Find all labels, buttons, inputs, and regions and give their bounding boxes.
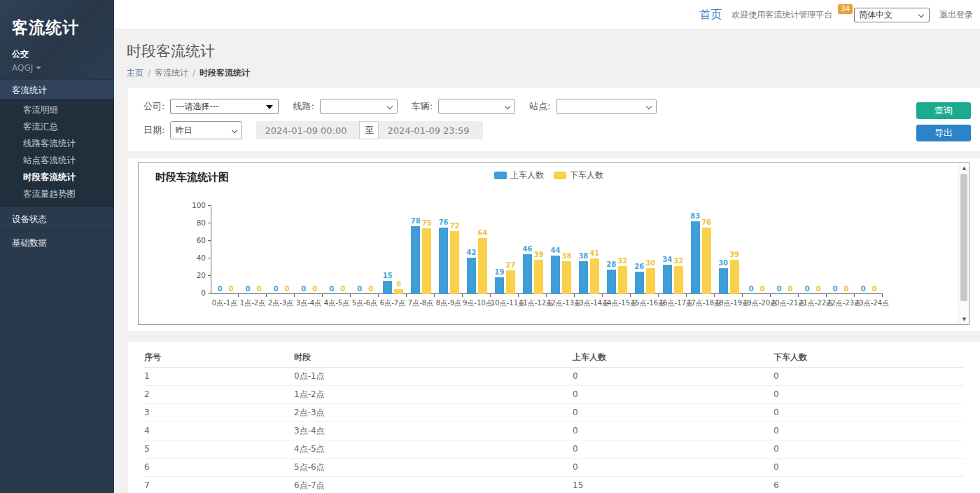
bar-下车人数: 75 [422,228,431,294]
bar-value-label: 39 [729,251,739,258]
table-row: 65点-6点00 [144,458,964,476]
x-axis-label: 7点-8点 [407,298,435,308]
date-to-label: 至 [359,121,379,139]
bar-上车人数: 44 [551,256,560,294]
chevron-down-icon [387,104,393,109]
date-end-input[interactable]: 2024-01-09 23:59 [379,121,483,139]
x-axis-tick-mark [463,294,491,297]
notification-badge[interactable]: 34 [838,4,853,14]
table-cell: 0 [573,422,774,440]
bar-group-20点-21点: 00 [771,207,799,294]
x-axis-label: 10点-11点 [491,298,519,308]
x-axis-tick-mark [575,294,603,297]
logout-link[interactable]: 退出登录 [939,9,973,21]
legend-label: 上车人数 [510,169,544,181]
language-value: 简体中文 [859,9,892,21]
date-range-group: 2024-01-09 00:00 至 2024-01-09 23:59 [256,121,483,139]
bar-group-17点-18点: 8376 [687,207,715,294]
bar-value-label: 0 [805,285,810,293]
bar-group-7点-8点: 7875 [407,207,435,294]
company-select[interactable]: ---请选择--- [170,99,279,114]
bar-value-label: 83 [690,212,700,220]
vehicle-label: 车辆: [412,100,433,113]
sidebar-item-客流汇总[interactable]: 客流汇总 [0,118,114,135]
sidebar-item-客流明细[interactable]: 客流明细 [0,102,114,118]
x-axis-tick-mark [323,294,351,297]
chart-scrollbar[interactable]: ▲ ▼ [958,163,969,324]
legend-item-下车人数[interactable]: 下车人数 [554,169,603,181]
bar-value-label: 0 [860,285,865,293]
x-axis-label: 8点-9点 [435,298,463,308]
x-axis-label: 16点-17点 [659,298,687,308]
language-select[interactable]: 简体中文 [854,8,930,22]
bar-group-8点-9点: 7672 [435,207,463,294]
bar-value-label: 0 [284,285,289,293]
table-cell: 0 [774,422,964,440]
legend-item-上车人数[interactable]: 上车人数 [494,169,544,181]
x-axis-tick-mark [743,294,771,297]
sidebar-item-站点客流统计[interactable]: 站点客流统计 [0,152,114,169]
x-axis-label: 21点-22点 [799,298,827,308]
bar-value-label: 64 [478,229,488,237]
table-cell: 1点-2点 [294,385,573,403]
x-axis-labels: 0点-1点1点-2点2点-3点3点-4点4点-5点5点-6点6点-7点7点-8点… [211,298,883,308]
bar-value-label: 39 [533,251,543,258]
home-link[interactable]: 首页 [699,8,722,22]
bar-group-18点-19点: 3039 [715,207,743,294]
export-button[interactable]: 导出 [916,125,971,141]
breadcrumb-item[interactable]: 客流统计 [155,68,188,78]
breadcrumb-item[interactable]: 主页 [127,68,144,78]
table-cell: 6 [774,476,964,493]
x-axis-tick-mark [211,294,239,297]
table-cell: 0 [573,440,774,458]
date-label: 日期: [144,124,164,137]
sidebar-section-passenger-stats[interactable]: 客流统计 [0,79,114,99]
x-axis-label: 1点-2点 [239,298,267,308]
date-preset-select[interactable]: 昨日 [170,121,242,139]
logo-block: 客流统计 公交 AQGJ [0,0,114,79]
x-axis-label: 14点-15点 [603,298,631,308]
x-axis-tick-mark [491,294,519,297]
bar-value-label: 46 [522,245,532,253]
vehicle-select[interactable] [438,99,515,114]
x-axis-tick-mark [547,294,575,297]
scroll-up-icon[interactable]: ▲ [959,163,969,173]
station-select[interactable] [556,99,657,114]
page-title: 时段客流统计 [127,41,980,61]
x-axis-label: 0点-1点 [211,298,239,308]
bar-上车人数: 19 [495,277,504,294]
chart-legend: 上车人数下车人数 [139,169,959,181]
bar-group-16点-17点: 3432 [659,207,687,294]
x-axis-ticks [211,294,883,297]
bar-value-label: 76 [701,218,711,226]
bar-group-4点-5点: 00 [323,207,351,294]
legend-swatch-icon [554,172,566,179]
line-select[interactable] [320,99,398,114]
org-selector[interactable]: AQGJ [12,63,102,73]
sidebar-item-时段客流统计[interactable]: 时段客流统计 [0,169,114,186]
chevron-down-icon [505,104,510,109]
bar-value-label: 0 [368,285,373,293]
sidebar-submenu: 客流明细客流汇总线路客流统计站点客流统计时段客流统计客流量趋势图 [0,99,114,207]
x-axis-tick-mark [659,294,687,297]
org-code-label: AQGJ [12,63,33,73]
sidebar-item-基础数据[interactable]: 基础数据 [0,230,114,254]
table-cell: 4点-5点 [294,440,573,458]
scrollbar-thumb[interactable] [960,174,967,301]
x-axis-tick-mark [239,294,267,297]
sidebar-item-客流量趋势图[interactable]: 客流量趋势图 [0,186,114,202]
date-start-input[interactable]: 2024-01-09 00:00 [256,121,359,139]
bar-下车人数: 30 [646,268,655,295]
query-button[interactable]: 查询 [916,102,971,119]
table-cell: 1 [144,367,294,385]
sidebar-item-线路客流统计[interactable]: 线路客流统计 [0,135,114,152]
table-cell: 2 [144,385,294,403]
bar-value-label: 0 [340,285,345,293]
bar-下车人数: 6 [394,289,403,295]
scroll-down-icon[interactable]: ▼ [959,314,969,324]
x-axis-tick-mark [407,294,435,297]
bar-下车人数: 76 [702,228,711,294]
sidebar-item-设备状态[interactable]: 设备状态 [0,207,114,230]
table-cell: 0 [774,440,964,458]
table-row: 76点-7点156 [144,476,964,493]
